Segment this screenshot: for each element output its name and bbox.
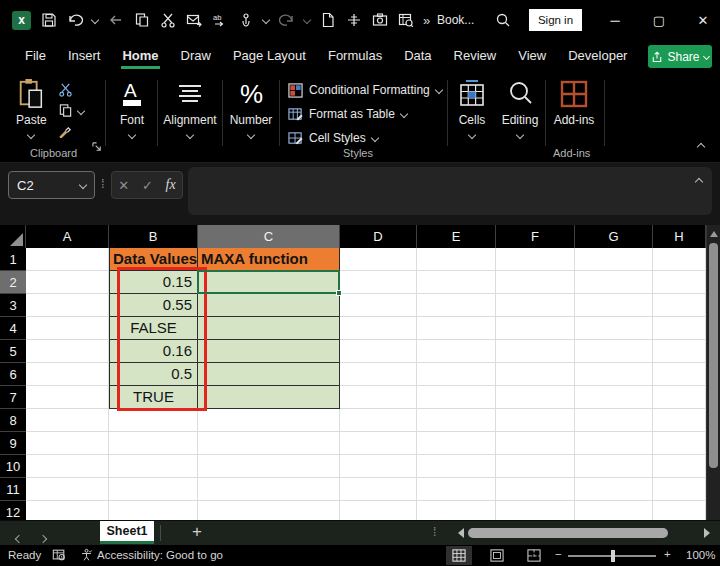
cell-D8[interactable] xyxy=(340,409,417,432)
formula-bar-divider-dots[interactable]: ⁞ xyxy=(101,176,105,191)
copy-button[interactable] xyxy=(58,103,84,118)
format-as-table-button[interactable]: Format as Table xyxy=(288,102,442,126)
sign-in-button[interactable]: Sign in xyxy=(529,9,582,31)
cell-E4[interactable] xyxy=(417,317,496,340)
cell-B9[interactable] xyxy=(109,432,198,455)
cell-H10[interactable] xyxy=(653,455,706,478)
save-icon[interactable] xyxy=(40,12,57,29)
maximize-button[interactable]: ▢ xyxy=(650,11,668,29)
cell-F11[interactable] xyxy=(496,478,575,501)
sheet-tab-sheet1[interactable]: Sheet1 xyxy=(100,521,154,544)
cell-F12[interactable] xyxy=(496,501,575,520)
cell-A1[interactable] xyxy=(26,248,109,271)
undo-dropdown-icon[interactable] xyxy=(91,16,99,24)
cell-D12[interactable] xyxy=(340,501,417,520)
spell-check-icon[interactable]: ab xyxy=(211,12,228,29)
redo-icon[interactable] xyxy=(278,12,295,29)
cell-B11[interactable] xyxy=(109,478,198,501)
close-button[interactable]: ✕ xyxy=(694,11,712,29)
row-header-11[interactable]: 11 xyxy=(0,478,26,501)
cell-F1[interactable] xyxy=(496,248,575,271)
cell-B6[interactable]: 0.5 xyxy=(109,363,198,386)
new-file-icon[interactable] xyxy=(319,12,336,29)
zoom-level[interactable]: 100% xyxy=(686,549,715,561)
cell-A7[interactable] xyxy=(26,386,109,409)
minimize-button[interactable]: ─ xyxy=(606,11,624,29)
tab-file[interactable]: File xyxy=(14,41,57,72)
row-header-10[interactable]: 10 xyxy=(0,455,26,478)
excel-logo-icon[interactable]: x xyxy=(12,11,31,30)
column-header-B[interactable]: B xyxy=(109,225,198,248)
cell-H8[interactable] xyxy=(653,409,706,432)
accessibility-icon[interactable] xyxy=(80,548,93,564)
cell-A12[interactable] xyxy=(26,501,109,520)
paste-button[interactable]: Paste xyxy=(16,77,47,138)
cell-E6[interactable] xyxy=(417,363,496,386)
clipboard-dialog-launcher-icon[interactable] xyxy=(92,139,103,157)
row-header-4[interactable]: 4 xyxy=(0,317,26,340)
undo-icon[interactable] xyxy=(66,12,83,29)
row-header-9[interactable]: 9 xyxy=(0,432,26,455)
name-box[interactable]: C2 xyxy=(8,171,95,199)
row-header-12[interactable]: 12 xyxy=(0,501,26,520)
cell-H9[interactable] xyxy=(653,432,706,455)
cell-F4[interactable] xyxy=(496,317,575,340)
cell-C12[interactable] xyxy=(198,501,340,520)
addins-button[interactable]: Add-ins xyxy=(548,77,600,127)
row-header-5[interactable]: 5 xyxy=(0,340,26,363)
cut-button[interactable] xyxy=(58,82,73,97)
cell-H12[interactable] xyxy=(653,501,706,520)
share-button[interactable]: Share xyxy=(648,45,712,68)
print-preview-icon[interactable] xyxy=(397,12,414,29)
tab-insert[interactable]: Insert xyxy=(57,41,112,72)
cell-A11[interactable] xyxy=(26,478,109,501)
redo-dropdown-icon[interactable] xyxy=(303,16,311,24)
add-sheet-button[interactable]: + xyxy=(192,522,202,542)
search-icon[interactable] xyxy=(494,11,511,28)
column-header-E[interactable]: E xyxy=(417,225,496,248)
cell-D10[interactable] xyxy=(340,455,417,478)
cell-F6[interactable] xyxy=(496,363,575,386)
cell-A5[interactable] xyxy=(26,340,109,363)
cell-F3[interactable] xyxy=(496,294,575,317)
column-header-A[interactable]: A xyxy=(26,225,109,248)
cell-B8[interactable] xyxy=(109,409,198,432)
cell-G8[interactable] xyxy=(575,409,653,432)
cell-F2[interactable] xyxy=(496,271,575,294)
cell-A2[interactable] xyxy=(26,271,109,294)
tab-view[interactable]: View xyxy=(507,41,557,72)
cell-C2[interactable] xyxy=(198,271,340,294)
formula-input[interactable] xyxy=(188,167,712,215)
cell-D6[interactable] xyxy=(340,363,417,386)
cell-C3[interactable] xyxy=(198,294,340,317)
cell-B7[interactable]: TRUE xyxy=(109,386,198,409)
cell-E2[interactable] xyxy=(417,271,496,294)
cell-C6[interactable] xyxy=(198,363,340,386)
cell-A10[interactable] xyxy=(26,455,109,478)
touch-mode-dropdown-icon[interactable] xyxy=(262,16,270,24)
tab-draw[interactable]: Draw xyxy=(170,41,222,72)
cell-C5[interactable] xyxy=(198,340,340,363)
back-icon[interactable] xyxy=(107,12,124,29)
column-header-D[interactable]: D xyxy=(340,225,417,248)
row-header-1[interactable]: 1 xyxy=(0,248,26,271)
cell-H7[interactable] xyxy=(653,386,706,409)
cell-G9[interactable] xyxy=(575,432,653,455)
touch-mode-icon[interactable] xyxy=(237,12,254,29)
cell-B12[interactable] xyxy=(109,501,198,520)
cell-C4[interactable] xyxy=(198,317,340,340)
horizontal-scrollbar-thumb[interactable] xyxy=(468,528,668,538)
tab-home[interactable]: Home xyxy=(111,41,169,72)
conditional-formatting-button[interactable]: Conditional Formatting xyxy=(288,78,442,102)
cell-E12[interactable] xyxy=(417,501,496,520)
cell-A3[interactable] xyxy=(26,294,109,317)
cell-B5[interactable]: 0.16 xyxy=(109,340,198,363)
cell-G6[interactable] xyxy=(575,363,653,386)
cell-G2[interactable] xyxy=(575,271,653,294)
more-commands-icon[interactable]: » xyxy=(423,13,430,28)
tab-developer[interactable]: Developer xyxy=(557,41,638,72)
vertical-scrollbar-thumb[interactable] xyxy=(709,243,718,468)
normal-view-button[interactable] xyxy=(446,546,472,565)
cell-F8[interactable] xyxy=(496,409,575,432)
copy-dropdown-icon[interactable] xyxy=(77,106,85,114)
